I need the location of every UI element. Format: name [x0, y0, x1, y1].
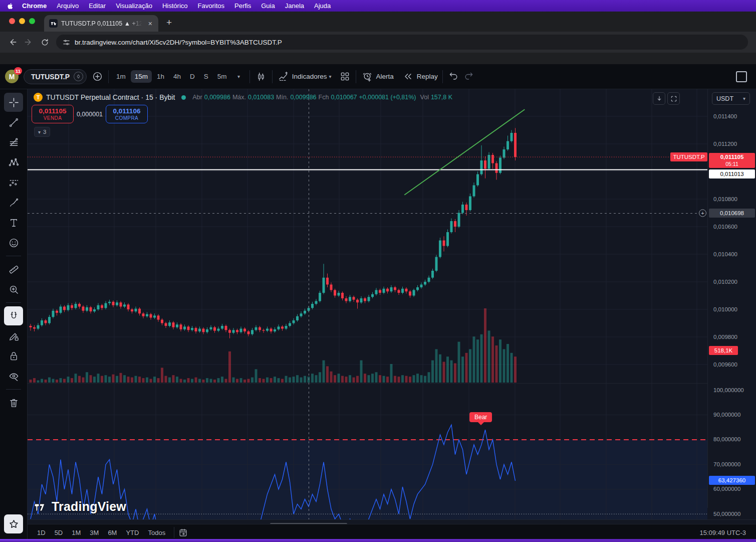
- buy-button[interactable]: 0,011106COMPRA: [106, 105, 148, 123]
- timeframe-1m[interactable]: 1m: [112, 70, 130, 83]
- timeframe-15m[interactable]: 15m: [131, 70, 152, 83]
- back-icon[interactable]: [5, 35, 20, 50]
- chart-legend-row: T TUTUSDT Perpetual Contract · 15 · Bybi…: [34, 93, 452, 102]
- tradingview-favicon: [49, 19, 58, 28]
- timeframe-1h[interactable]: 1h: [153, 70, 168, 83]
- range-6m[interactable]: 6M: [103, 527, 121, 538]
- ruler-tool[interactable]: [4, 260, 23, 279]
- timeframe-D[interactable]: D: [186, 70, 199, 83]
- price-axis[interactable]: 0,0114000,0112000,0108000,0106000,010400…: [707, 89, 756, 508]
- draw-lock-tool[interactable]: [4, 326, 23, 345]
- menu-janela[interactable]: Janela: [280, 2, 309, 10]
- range-1d[interactable]: 1D: [33, 527, 50, 538]
- fib-tool[interactable]: [4, 133, 23, 152]
- url-bar[interactable]: br.tradingview.com/chart/Xi5cv2DH/?symbo…: [56, 35, 748, 50]
- last-price-tag: 0,01110505:11: [709, 153, 755, 168]
- menu-ajuda[interactable]: Ajuda: [309, 2, 336, 10]
- compare-add-icon[interactable]: [90, 69, 105, 84]
- pattern-tool[interactable]: [4, 153, 23, 172]
- go-to-date-icon[interactable]: [178, 528, 188, 537]
- zoom-in-tool[interactable]: [4, 280, 23, 299]
- replay-icon[interactable]: [401, 69, 416, 84]
- crosshair-tool[interactable]: [4, 93, 23, 112]
- forward-icon[interactable]: [21, 35, 36, 50]
- range-1m[interactable]: 1M: [67, 527, 85, 538]
- avatar[interactable]: M 11: [5, 70, 19, 83]
- menubar-items: ChromeArquivoEditarVisualizaçãoHistórico…: [17, 0, 336, 12]
- timeframe-4h[interactable]: 4h: [169, 70, 185, 83]
- move-pane-down-icon[interactable]: [653, 92, 665, 105]
- tab-close-icon[interactable]: ×: [147, 20, 153, 28]
- axis-label: 60,000000: [713, 486, 740, 492]
- hide-all-tool[interactable]: [4, 367, 23, 386]
- trash-tool[interactable]: [4, 393, 23, 412]
- text-tool[interactable]: [4, 213, 23, 232]
- menu-chrome[interactable]: Chrome: [17, 2, 52, 10]
- chart-area[interactable]: T TUTUSDT Perpetual Contract · 15 · Bybi…: [28, 89, 756, 540]
- reload-icon[interactable]: [37, 35, 52, 50]
- minimize-window-button[interactable]: [19, 18, 25, 24]
- menu-histórico[interactable]: Histórico: [157, 2, 193, 10]
- fullscreen-icon[interactable]: [736, 71, 747, 82]
- site-settings-icon[interactable]: [63, 39, 70, 46]
- window-controls: [9, 18, 35, 24]
- crosshair-price-tag: 0,010698: [709, 209, 755, 218]
- indicators-chevron-icon[interactable]: ▾: [329, 74, 331, 79]
- trend-line-tool[interactable]: [4, 113, 23, 132]
- menu-arquivo[interactable]: Arquivo: [52, 2, 84, 10]
- add-alert-plus-icon[interactable]: +: [699, 210, 706, 217]
- alert-icon[interactable]: [360, 69, 375, 84]
- emoji-tool[interactable]: [4, 233, 23, 252]
- apple-icon[interactable]: [4, 2, 17, 10]
- maximize-pane-icon[interactable]: [667, 92, 680, 105]
- menu-perfis[interactable]: Perfis: [229, 2, 256, 10]
- browser-window: TUTUSDT.P 0,011105 ▲ +12.3 × + br.tradin…: [0, 12, 756, 540]
- toolbar-separator: [6, 389, 21, 390]
- menu-editar[interactable]: Editar: [84, 2, 111, 10]
- range-3m[interactable]: 3M: [85, 527, 103, 538]
- menu-favoritos[interactable]: Favoritos: [193, 2, 229, 10]
- indicators-icon[interactable]: [276, 69, 291, 84]
- timeframe-menu-chevron-icon[interactable]: ▾: [231, 69, 246, 84]
- coin-logo: T: [34, 93, 43, 102]
- range-todos[interactable]: Todos: [143, 527, 170, 538]
- new-tab-button[interactable]: +: [166, 17, 172, 28]
- browser-tab[interactable]: TUTUSDT.P 0,011105 ▲ +12.3 ×: [44, 15, 158, 32]
- undo-icon[interactable]: [446, 69, 461, 84]
- layout-grid-icon[interactable]: [337, 69, 352, 84]
- range-ytd[interactable]: YTD: [121, 527, 143, 538]
- alert-label[interactable]: Alerta: [376, 73, 393, 80]
- close-window-button[interactable]: [9, 18, 15, 24]
- session-clock[interactable]: 15:09:49 UTC-3: [700, 529, 751, 536]
- magnet-tool[interactable]: [4, 306, 23, 325]
- redo-icon[interactable]: [461, 69, 476, 84]
- bear-annotation[interactable]: Bear: [469, 412, 492, 422]
- timeframe-S[interactable]: S: [200, 70, 212, 83]
- lock-all-tool[interactable]: [4, 346, 23, 366]
- zoom-window-button[interactable]: [29, 18, 35, 24]
- tradingview-watermark: TradingView: [33, 499, 126, 514]
- range-5d[interactable]: 5D: [50, 527, 68, 538]
- menu-guia[interactable]: Guia: [256, 2, 280, 10]
- timeframe-5m[interactable]: 5m: [213, 70, 231, 83]
- menu-visualização[interactable]: Visualização: [111, 2, 157, 10]
- forecast-tool[interactable]: [4, 173, 23, 192]
- currency-dropdown[interactable]: USDT▾: [712, 92, 750, 105]
- chart-title[interactable]: TUTUSDT Perpetual Contract · 15 · Bybit: [46, 93, 175, 101]
- price-pane[interactable]: [28, 89, 707, 383]
- desktop-wallpaper-strip: [0, 539, 756, 540]
- brush-tool[interactable]: [4, 193, 23, 212]
- rsi-pane[interactable]: [28, 383, 707, 519]
- symbol-price-label: TUTUSDT.P: [670, 152, 707, 161]
- order-panel: 0,011105VENDA 0,000001 0,011106COMPRA: [32, 105, 148, 123]
- replay-label[interactable]: Replay: [417, 73, 438, 80]
- sell-button[interactable]: 0,011105VENDA: [32, 105, 74, 123]
- star-tool[interactable]: [4, 514, 23, 533]
- symbol-flag-icon[interactable]: [74, 72, 83, 81]
- chart-style-icon[interactable]: [254, 69, 269, 84]
- legend-collapse-button[interactable]: ▾3: [34, 127, 50, 137]
- tab-strip: TUTUSDT.P 0,011105 ▲ +12.3 × +: [0, 12, 756, 32]
- symbol-search-button[interactable]: TUTUSDT.P: [24, 69, 87, 84]
- indicators-label[interactable]: Indicadores: [292, 73, 327, 80]
- spread-value: 0,000001: [74, 111, 106, 118]
